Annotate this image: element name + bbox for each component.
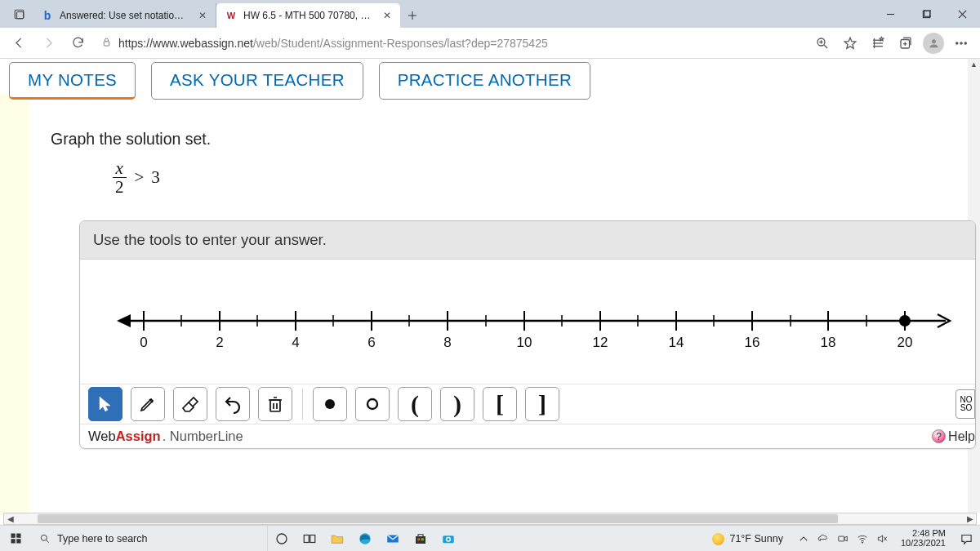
eraser-tool[interactable] — [173, 387, 207, 421]
svg-line-63 — [47, 540, 49, 542]
tab-title: HW 6.5 - MTH 500 70780, sectio — [243, 10, 372, 21]
task-view-icon[interactable] — [296, 526, 323, 552]
edge-icon[interactable] — [351, 526, 379, 552]
svg-rect-75 — [839, 536, 844, 541]
help-button[interactable]: ? Help — [932, 429, 975, 444]
weather-widget[interactable]: 71°F Sunny — [704, 533, 791, 545]
chevron-up-icon[interactable] — [798, 533, 809, 544]
scroll-left-arrow[interactable]: ◀ — [4, 513, 16, 524]
draw-tool[interactable] — [131, 387, 165, 421]
maximize-button[interactable] — [908, 0, 944, 28]
no-solution-button[interactable]: NO SO — [956, 389, 975, 419]
svg-marker-26 — [117, 314, 131, 327]
scroll-thumb[interactable] — [38, 514, 838, 523]
horizontal-scrollbar[interactable]: ◀ ▶ — [3, 513, 977, 525]
fraction-numerator: x — [113, 159, 127, 178]
tab-manager-button[interactable] — [5, 0, 33, 28]
separator — [302, 389, 303, 420]
inequality-expression: x 2 > 3 — [112, 159, 980, 196]
action-center-icon[interactable] — [952, 526, 980, 551]
webassign-brand: WebAssign. NumberLine — [88, 429, 243, 444]
closed-dot-tool[interactable] — [313, 387, 347, 421]
camera-icon[interactable] — [434, 526, 462, 552]
tick-label: 6 — [368, 335, 375, 350]
svg-marker-15 — [880, 37, 884, 40]
close-icon[interactable]: ✕ — [381, 10, 393, 21]
fraction-denominator: 2 — [112, 178, 127, 196]
mail-icon[interactable] — [379, 526, 407, 552]
problem-prompt: Graph the solution set. — [51, 130, 980, 149]
svg-rect-70 — [417, 538, 420, 540]
minimize-button[interactable] — [872, 0, 908, 28]
taskbar: Type here to search 71°F Sunny 2:48 PM 1… — [0, 525, 980, 551]
forward-button[interactable] — [34, 30, 62, 56]
tick-label: 18 — [821, 335, 836, 350]
file-explorer-icon[interactable] — [323, 526, 351, 552]
favorite-star-icon[interactable] — [836, 30, 864, 56]
close-paren-tool[interactable]: ) — [440, 387, 474, 421]
close-icon[interactable]: ✕ — [197, 10, 208, 21]
scroll-right-arrow[interactable]: ▶ — [964, 513, 976, 524]
svg-point-57 — [368, 399, 377, 409]
svg-rect-0 — [15, 10, 24, 19]
refresh-button[interactable] — [64, 30, 91, 56]
date-text: 10/23/2021 — [901, 539, 946, 549]
collections-icon[interactable] — [892, 30, 920, 56]
open-paren-tool[interactable]: ( — [398, 387, 432, 421]
url-field[interactable]: https://www.webassign.net/web/Student/As… — [93, 31, 807, 56]
tick-label: 16 — [745, 335, 760, 350]
profile-avatar[interactable] — [923, 33, 944, 54]
meet-now-icon[interactable] — [837, 533, 849, 544]
tool-panel-header: Use the tools to enter your answer. — [80, 221, 975, 260]
back-button[interactable] — [5, 30, 33, 56]
delete-tool[interactable] — [258, 387, 292, 421]
store-icon[interactable] — [407, 526, 434, 552]
sun-icon — [712, 533, 724, 545]
tick-label: 2 — [216, 335, 223, 350]
url-text: https://www.webassign.net/web/Student/As… — [118, 37, 548, 50]
tab-inactive[interactable]: b Answered: Use set notation to id ✕ — [33, 3, 216, 28]
open-dot-tool[interactable] — [355, 387, 390, 421]
close-window-button[interactable] — [944, 0, 980, 28]
ask-your-teacher-button[interactable]: ASK YOUR TEACHER — [151, 62, 363, 100]
system-tray[interactable] — [791, 533, 894, 544]
clock[interactable]: 2:48 PM 10/23/2021 — [894, 529, 952, 548]
svg-rect-71 — [421, 538, 424, 540]
svg-rect-59 — [16, 534, 20, 538]
wifi-icon[interactable] — [857, 533, 868, 544]
start-button[interactable] — [0, 526, 31, 552]
svg-rect-1 — [16, 11, 23, 18]
favorites-list-icon[interactable] — [864, 30, 892, 56]
tick-label: 8 — [443, 335, 451, 350]
volume-icon[interactable] — [876, 533, 888, 544]
tick-label: 14 — [669, 335, 684, 350]
svg-rect-60 — [11, 539, 15, 543]
svg-marker-78 — [878, 535, 882, 542]
window-controls — [872, 0, 980, 28]
my-notes-button[interactable]: MY NOTES — [9, 62, 136, 100]
onedrive-icon[interactable] — [817, 533, 829, 544]
close-bracket-tool[interactable]: ] — [525, 387, 559, 421]
pointer-tool[interactable] — [88, 387, 122, 421]
svg-point-77 — [862, 542, 862, 543]
cortana-icon[interactable] — [268, 526, 296, 552]
undo-tool[interactable] — [216, 387, 250, 421]
favicon-bartleby-icon: b — [41, 9, 54, 22]
svg-point-22 — [956, 42, 958, 43]
svg-point-74 — [447, 538, 449, 540]
menu-icon[interactable] — [947, 30, 975, 56]
svg-rect-58 — [11, 534, 15, 538]
number-line-canvas[interactable]: 0 2 4 6 8 10 12 14 16 18 20 — [80, 260, 975, 384]
svg-point-23 — [960, 42, 962, 43]
svg-point-62 — [41, 535, 47, 540]
taskbar-search[interactable]: Type here to search — [31, 526, 268, 552]
open-bracket-tool[interactable]: [ — [483, 387, 517, 421]
svg-point-24 — [964, 42, 966, 43]
zoom-icon[interactable] — [808, 30, 836, 56]
tab-active[interactable]: W HW 6.5 - MTH 500 70780, sectio ✕ — [216, 3, 400, 28]
new-tab-button[interactable] — [400, 3, 425, 28]
tool-panel-footer: WebAssign. NumberLine ? Help — [80, 424, 975, 448]
tick-label: 4 — [292, 335, 299, 350]
practice-another-button[interactable]: PRACTICE ANOTHER — [379, 62, 590, 100]
lock-icon — [101, 36, 112, 51]
